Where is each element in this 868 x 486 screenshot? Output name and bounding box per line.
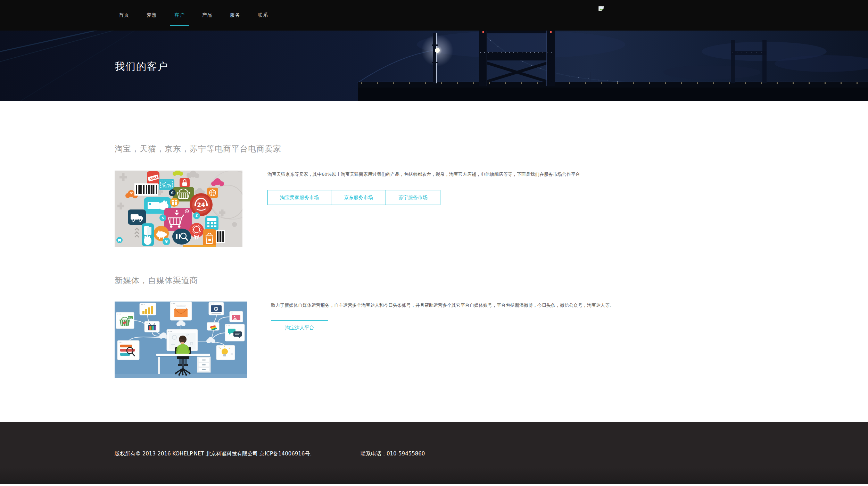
- page-title: 我们的客户: [115, 60, 168, 74]
- search-barcode-icon: [172, 229, 191, 245]
- section-new-media-text: 致力于新媒体自媒体运营服务，自主运营多个淘宝达人和今日头条账号，并且帮助运营多个…: [271, 302, 614, 335]
- contact-phone: 联系电话：010-59455860: [361, 451, 425, 457]
- coupon-icon: %: [159, 179, 174, 190]
- nav-item-label: 产品: [202, 12, 213, 18]
- broken-image-icon: [598, 6, 604, 12]
- calculator-icon: [205, 216, 218, 230]
- mini-car-badge-icon: [116, 237, 123, 243]
- chat-window: [225, 324, 245, 341]
- email-window: [170, 302, 192, 320]
- shopping-bag-icon: [203, 229, 216, 246]
- card-payment-icon: [142, 223, 154, 246]
- yen-badge-icon: ¥: [163, 238, 170, 245]
- section-ecommerce-heading: 淘宝，天猫，京东，苏宁等电商平台电商卖家: [115, 143, 764, 154]
- section-ecommerce: 淘宝，天猫，京东，苏宁等电商平台电商卖家: [115, 101, 764, 247]
- percent-label: %: [167, 183, 171, 188]
- 24-hour-badge: 24: [190, 193, 213, 216]
- nav-item-label: 客户: [174, 12, 185, 18]
- lock-icon: [180, 178, 190, 188]
- hours-label: 24: [197, 201, 205, 208]
- basket-window: Buy: [116, 312, 134, 329]
- delivery-truck-icon: [128, 209, 146, 225]
- nav-item-dream[interactable]: 梦想: [138, 0, 166, 31]
- buy-label: Buy: [129, 317, 132, 319]
- nav-item-products[interactable]: 产品: [193, 0, 221, 31]
- nav-item-label: 服务: [230, 12, 240, 18]
- idea-window: [216, 345, 235, 360]
- sale-tag-icon: SALE: [147, 171, 159, 184]
- search-window: [117, 340, 139, 360]
- taobao-daren-platform-button[interactable]: 淘宝达人平台: [271, 320, 328, 335]
- nav-menu: 首页 梦想 客户 产品 服务 联系: [0, 0, 868, 31]
- marketplace-links: 淘宝卖家服务市场 京东服务市场 苏宁服务市场: [267, 190, 580, 205]
- nav-item-label: 联系: [258, 12, 268, 18]
- mini-barcode-icon: [216, 230, 225, 243]
- euro-label: €: [171, 191, 174, 195]
- nav-item-customers[interactable]: 客户: [166, 0, 193, 31]
- nav-item-contact[interactable]: 联系: [249, 0, 277, 31]
- new-media-illustration-image: Buy: [115, 302, 247, 378]
- section-new-media: 新媒体，自媒体渠道商: [115, 275, 764, 378]
- section-ecommerce-description: 淘宝天猫京东等卖家，其中60%以上淘宝天猫商家用过我们的产品，包括韩都衣舍，裂帛…: [267, 171, 580, 178]
- copyright-text: 版权所有© 2013-2016 KOHELP.NET 北京科讴科技有限公司 京I…: [115, 451, 312, 457]
- main-content: 淘宝，天猫，京东，苏宁等电商平台电商卖家: [0, 101, 868, 422]
- footer: 版权所有© 2013-2016 KOHELP.NET 北京科讴科技有限公司 京I…: [0, 422, 868, 484]
- section-new-media-description: 致力于新媒体自媒体运营服务，自主运营多个淘宝达人和今日头条账号，并且帮助运营多个…: [271, 302, 614, 309]
- jd-service-market-button[interactable]: 京东服务市场: [331, 190, 386, 205]
- yen-label: ¥: [165, 239, 168, 244]
- euro-badge-icon: €: [169, 189, 176, 196]
- pound-label: £: [195, 214, 198, 218]
- page: 首页 梦想 客户 产品 服务 联系: [0, 0, 868, 484]
- nav-item-services[interactable]: 服务: [221, 0, 249, 31]
- top-navbar: 首页 梦想 客户 产品 服务 联系: [0, 0, 868, 31]
- shopping-cart-icon: [164, 208, 192, 231]
- barcode-icon: [134, 183, 158, 196]
- section-new-media-row: Buy: [115, 302, 764, 378]
- nav-item-home[interactable]: 首页: [110, 0, 138, 31]
- hero-banner: 我们的客户: [0, 31, 868, 101]
- tv-window: [144, 321, 159, 332]
- dollar-badge-icon: $: [159, 214, 166, 221]
- suning-service-market-button[interactable]: 苏宁服务市场: [386, 190, 440, 205]
- palette-window: [207, 322, 219, 331]
- section-ecommerce-row: SALE: [115, 171, 764, 247]
- nav-item-label: 梦想: [147, 12, 157, 18]
- gift-icon: [170, 198, 179, 207]
- section-new-media-heading: 新媒体，自媒体渠道商: [115, 275, 764, 286]
- pound-badge-icon: £: [193, 212, 200, 219]
- nav-item-label: 首页: [119, 12, 129, 18]
- taobao-seller-market-button[interactable]: 淘宝卖家服务市场: [267, 190, 331, 205]
- section-ecommerce-text: 淘宝天猫京东等卖家，其中60%以上淘宝天猫商家用过我们的产品，包括韩都衣舍，裂帛…: [267, 171, 580, 205]
- chart-window: [140, 303, 156, 315]
- dollar-label: $: [162, 216, 164, 220]
- ecommerce-collage-image: SALE: [115, 171, 242, 247]
- video-window: [209, 302, 224, 315]
- photo-window: [230, 311, 243, 322]
